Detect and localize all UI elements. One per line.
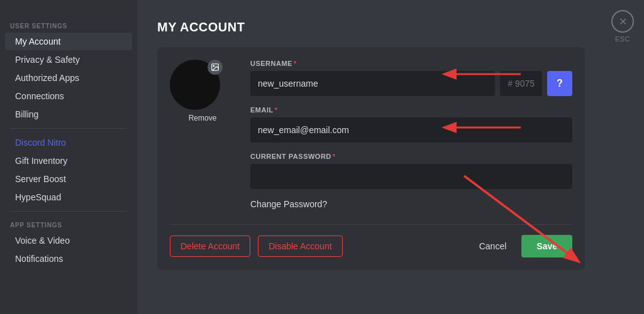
sidebar-item-label: My Account: [15, 36, 60, 46]
sidebar-item-hypesquad[interactable]: HypeSquad: [5, 188, 132, 206]
sidebar-item-notifications[interactable]: Notifications: [5, 250, 132, 268]
sidebar-item-gift-inventory[interactable]: Gift Inventory: [5, 152, 132, 170]
sidebar-divider-1: [10, 128, 127, 129]
sidebar-item-my-account[interactable]: My Account: [5, 33, 132, 50]
sidebar-item-label: HypeSquad: [15, 192, 61, 202]
email-input[interactable]: [250, 117, 572, 143]
discriminator-display: # 9075: [500, 71, 542, 96]
username-field-group: USERNAME* # 9075 ?: [250, 60, 572, 96]
app-settings-section-label: APP SETTINGS: [0, 217, 137, 231]
avatar-remove-label[interactable]: Remove: [189, 114, 217, 122]
sidebar-item-discord-nitro[interactable]: Discord Nitro: [5, 134, 132, 151]
sidebar-item-label: Server Boost: [15, 174, 66, 184]
password-input[interactable]: [250, 164, 572, 189]
disable-account-button[interactable]: Disable Account: [258, 236, 342, 257]
sidebar: USER SETTINGS My Account Privacy & Safet…: [0, 0, 137, 314]
sidebar-item-label: Authorized Apps: [15, 73, 79, 83]
sidebar-item-label: Connections: [15, 91, 64, 101]
main-content: MY ACCOUNT Remove: [137, 0, 644, 314]
username-label: USERNAME*: [250, 60, 572, 67]
sidebar-item-label: Discord Nitro: [15, 138, 66, 148]
username-input[interactable]: [250, 71, 495, 96]
username-input-row: # 9075 ?: [250, 71, 572, 96]
svg-point-1: [213, 65, 214, 67]
sidebar-item-label: Notifications: [15, 254, 63, 264]
sidebar-item-server-boost[interactable]: Server Boost: [5, 170, 132, 188]
avatar-row: Remove USERNAME* # 9075 ?: [170, 60, 572, 212]
username-help-button[interactable]: ?: [547, 71, 572, 96]
sidebar-item-label: Billing: [15, 109, 38, 119]
form-fields: USERNAME* # 9075 ? EMAIL*: [250, 60, 572, 212]
delete-account-button[interactable]: Delete Account: [170, 236, 250, 257]
save-button[interactable]: Save: [521, 235, 572, 257]
sidebar-item-authorized-apps[interactable]: Authorized Apps: [5, 69, 132, 87]
sidebar-item-privacy-safety[interactable]: Privacy & Safety: [5, 51, 132, 68]
user-settings-section-label: USER SETTINGS: [0, 18, 137, 32]
sidebar-item-connections[interactable]: Connections: [5, 87, 132, 105]
avatar-edit-button[interactable]: [208, 60, 223, 75]
avatar-container: [170, 60, 220, 110]
change-password-link[interactable]: Change Password?: [250, 199, 572, 209]
sidebar-item-billing[interactable]: Billing: [5, 106, 132, 123]
sidebar-item-label: Gift Inventory: [15, 156, 67, 166]
page-title: MY ACCOUNT: [157, 20, 624, 35]
email-field-group: EMAIL*: [250, 106, 572, 143]
footer-left: Delete Account Disable Account: [170, 236, 343, 257]
esc-icon: ✕: [611, 10, 634, 33]
sidebar-item-label: Voice & Video: [15, 236, 70, 246]
account-card: Remove USERNAME* # 9075 ?: [157, 47, 585, 270]
card-footer: Delete Account Disable Account Cancel Sa…: [170, 224, 572, 257]
email-input-row: [250, 117, 572, 143]
esc-label: ESC: [615, 35, 630, 43]
sidebar-item-voice-video[interactable]: Voice & Video: [5, 232, 132, 249]
password-label: CURRENT PASSWORD*: [250, 153, 572, 160]
footer-right: Cancel Save: [474, 235, 572, 257]
email-label: EMAIL*: [250, 106, 572, 114]
esc-button[interactable]: ✕ ESC: [611, 10, 634, 43]
password-field-group: CURRENT PASSWORD*: [250, 153, 572, 189]
password-input-row: [250, 164, 572, 189]
cancel-button[interactable]: Cancel: [474, 236, 512, 256]
sidebar-item-label: Privacy & Safety: [15, 55, 80, 65]
sidebar-divider-2: [10, 211, 127, 212]
